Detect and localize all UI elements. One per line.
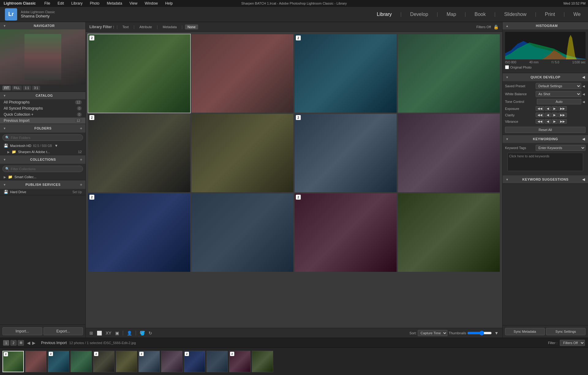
menu-window[interactable]: Window [144, 1, 159, 6]
drive-expand[interactable]: ▼ [55, 144, 58, 148]
collections-header[interactable]: ▼ Collections + [0, 155, 85, 164]
grid-view-btn[interactable]: ⊞ [88, 330, 94, 336]
publish-hard-drive[interactable]: 💾 Hard Drive Set Up [0, 189, 85, 195]
filmstrip-thumb-5[interactable]: 2 [93, 351, 115, 372]
grid-collapse-btn[interactable]: ▼ [493, 330, 500, 336]
filter-text-btn[interactable]: Text [120, 24, 131, 29]
grid-cell-1[interactable]: 2 [88, 34, 190, 113]
exposure-minus-minus[interactable]: ◀◀ [536, 106, 544, 111]
filmstrip-thumb-7[interactable]: 2 [138, 351, 160, 372]
exposure-plus-plus[interactable]: ▶▶ [558, 106, 567, 111]
filter-none-btn[interactable]: None [185, 24, 198, 29]
grid-cell-11[interactable]: 2 [295, 193, 397, 272]
publish-services-header[interactable]: ▼ Publish Services + [0, 180, 85, 189]
menu-photo[interactable]: Photo [89, 1, 100, 6]
filmstrip-thumb-10[interactable] [206, 351, 228, 372]
sort-select[interactable]: Capture Time [418, 330, 447, 336]
grid-cell-3[interactable]: 2 [295, 34, 397, 113]
catalog-item-all-photos[interactable]: All Photographs 12 [0, 99, 85, 105]
keyword-suggestions-header[interactable]: ▼ Keyword Suggestions ◀ [503, 175, 588, 183]
rotate-btn[interactable]: ↻ [147, 330, 153, 336]
grid-cell-9[interactable]: 2 [88, 193, 190, 272]
page-indicator-1[interactable]: 1 [3, 340, 9, 346]
keyword-tags-input-area[interactable]: Click here to add keywords [507, 153, 583, 171]
grid-cell-10[interactable] [191, 193, 293, 272]
module-map[interactable]: Map [444, 10, 458, 18]
module-print[interactable]: Print [542, 10, 557, 18]
status-filters-off-select[interactable]: Filters Off [560, 340, 585, 346]
survey-view-btn[interactable]: ▣ [114, 330, 120, 336]
grid-cell-2[interactable] [191, 34, 293, 113]
filmstrip-thumb-6[interactable] [116, 351, 137, 372]
vibrance-minus-minus[interactable]: ◀◀ [536, 119, 544, 124]
catalog-item-synced[interactable]: All Synced Photographs 0 [0, 105, 85, 111]
sync-settings-btn[interactable]: Sync Settings [546, 328, 586, 335]
clarity-plus[interactable]: ▶ [552, 113, 558, 117]
module-library[interactable]: Library [374, 10, 394, 18]
grid-cell-4[interactable] [398, 34, 500, 113]
clarity-minus[interactable]: ◀ [545, 113, 551, 117]
vibrance-plus-plus[interactable]: ▶▶ [558, 119, 567, 124]
tone-control-arrow[interactable]: ◀ [582, 99, 586, 104]
catalog-item-quick-collection[interactable]: Quick Collection + 0 [0, 111, 85, 118]
keywording-header[interactable]: ▼ Keywording ◀ [503, 135, 588, 143]
grid-cell-8[interactable] [398, 114, 500, 192]
menu-library[interactable]: Library [70, 1, 84, 6]
filter-attribute-btn[interactable]: Attribute [137, 24, 154, 29]
filmstrip-thumb-3[interactable]: 2 [48, 351, 69, 372]
lock-icon[interactable]: 🔒 [493, 24, 499, 29]
sync-metadata-btn[interactable]: Sync Metadata [505, 328, 545, 335]
grid-cell-12[interactable] [398, 193, 500, 272]
filmstrip-thumb-12[interactable] [252, 351, 273, 372]
grid-view-status-btn[interactable]: ⊞ [18, 340, 24, 346]
vibrance-minus[interactable]: ◀ [545, 119, 551, 124]
filmstrip-thumb-1[interactable]: 2 [2, 351, 24, 372]
catalog-item-previous-import[interactable]: Previous Import 12 [0, 118, 85, 124]
exposure-minus[interactable]: ◀ [545, 106, 551, 111]
1to1-btn[interactable]: 1:1 [23, 86, 31, 90]
prev-arrow[interactable]: ◀ [26, 340, 31, 346]
kw-collapse-arrow[interactable]: ◀ [582, 137, 585, 141]
filmstrip-thumb-8[interactable] [161, 351, 183, 372]
saved-preset-select[interactable]: Default Settings [536, 83, 581, 89]
folder-search-bar[interactable]: 🔍 Filter Folders [2, 134, 83, 141]
fill-btn[interactable]: FILL [12, 86, 22, 90]
app-name-menu[interactable]: Lightroom Classic [2, 1, 37, 6]
module-web[interactable]: We [571, 10, 583, 18]
grid-cell-5[interactable]: 2 [88, 114, 190, 192]
original-photo-checkbox[interactable] [505, 65, 509, 69]
export-button[interactable]: Export... [43, 327, 83, 335]
filmstrip-thumb-11[interactable]: 2 [229, 351, 251, 372]
loupe-view-btn[interactable]: ⬜ [96, 330, 103, 336]
grid-cell-7[interactable]: 2 [295, 114, 397, 192]
clarity-plus-plus[interactable]: ▶▶ [558, 113, 567, 117]
vibrance-plus[interactable]: ▶ [552, 119, 558, 124]
page-indicator-2[interactable]: 2 [10, 340, 17, 346]
filter-metadata-btn[interactable]: Metadata [160, 24, 179, 29]
people-view-btn[interactable]: 👤 [126, 330, 133, 336]
module-develop[interactable]: Develop [408, 10, 431, 18]
keyword-tags-select[interactable]: Enter Keywords [536, 145, 586, 151]
qd-collapse-arrow[interactable]: ◀ [582, 75, 585, 79]
white-balance-arrow[interactable]: ◀ [582, 92, 586, 96]
module-book[interactable]: Book [472, 10, 488, 18]
publish-setup-link[interactable]: Set Up [72, 190, 82, 194]
exposure-plus[interactable]: ▶ [552, 106, 558, 111]
folder-macintosh-hd[interactable]: 💾 Macintosh HD 82.5 / 500 GB ▼ [0, 143, 85, 149]
menu-help[interactable]: Help [164, 1, 174, 6]
import-button[interactable]: Import... [2, 327, 42, 335]
histogram-header[interactable]: ▲ Histogram [503, 22, 588, 29]
menu-metadata[interactable]: Metadata [106, 1, 123, 6]
fit-btn[interactable]: FIT [2, 86, 11, 90]
filmstrip-thumb-4[interactable] [70, 351, 92, 372]
filmstrip-thumb-9[interactable]: 2 [184, 351, 205, 372]
next-arrow[interactable]: ▶ [32, 340, 36, 346]
3to1-btn[interactable]: 3:1 [32, 86, 40, 90]
smart-collections-item[interactable]: ▶ 📁 Smart Collec... [0, 174, 85, 180]
white-balance-select[interactable]: As Shot [536, 91, 581, 97]
publish-add-btn[interactable]: + [80, 182, 82, 187]
menu-view[interactable]: View [128, 1, 139, 6]
menu-file[interactable]: File [43, 1, 51, 6]
thumbnail-slider[interactable] [467, 331, 492, 336]
reset-all-btn[interactable]: Reset All [505, 127, 586, 133]
